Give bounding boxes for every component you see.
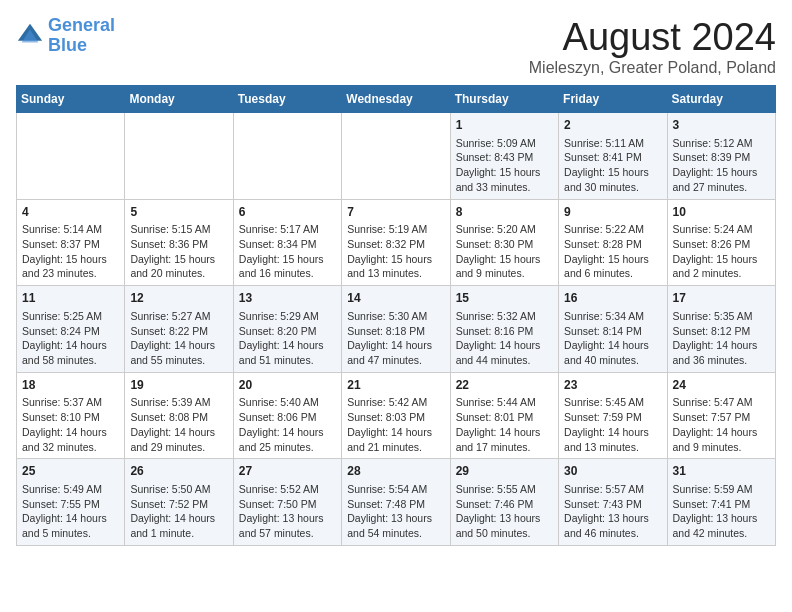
calendar-cell: 6Sunrise: 5:17 AMSunset: 8:34 PMDaylight…: [233, 199, 341, 286]
day-number: 7: [347, 204, 444, 221]
calendar-cell: [125, 113, 233, 200]
day-info: Sunrise: 5:22 AMSunset: 8:28 PMDaylight:…: [564, 222, 661, 281]
title-area: August 2024 Mieleszyn, Greater Poland, P…: [529, 16, 776, 77]
day-info: Sunrise: 5:34 AMSunset: 8:14 PMDaylight:…: [564, 309, 661, 368]
calendar-cell: 2Sunrise: 5:11 AMSunset: 8:41 PMDaylight…: [559, 113, 667, 200]
day-info: Sunrise: 5:59 AMSunset: 7:41 PMDaylight:…: [673, 482, 770, 541]
calendar-cell: 18Sunrise: 5:37 AMSunset: 8:10 PMDayligh…: [17, 372, 125, 459]
calendar-cell: 21Sunrise: 5:42 AMSunset: 8:03 PMDayligh…: [342, 372, 450, 459]
day-number: 29: [456, 463, 553, 480]
day-info: Sunrise: 5:25 AMSunset: 8:24 PMDaylight:…: [22, 309, 119, 368]
calendar-week-row: 18Sunrise: 5:37 AMSunset: 8:10 PMDayligh…: [17, 372, 776, 459]
calendar-cell: 27Sunrise: 5:52 AMSunset: 7:50 PMDayligh…: [233, 459, 341, 546]
day-info: Sunrise: 5:15 AMSunset: 8:36 PMDaylight:…: [130, 222, 227, 281]
day-info: Sunrise: 5:09 AMSunset: 8:43 PMDaylight:…: [456, 136, 553, 195]
day-info: Sunrise: 5:12 AMSunset: 8:39 PMDaylight:…: [673, 136, 770, 195]
day-number: 11: [22, 290, 119, 307]
day-number: 20: [239, 377, 336, 394]
calendar-cell: 9Sunrise: 5:22 AMSunset: 8:28 PMDaylight…: [559, 199, 667, 286]
day-info: Sunrise: 5:57 AMSunset: 7:43 PMDaylight:…: [564, 482, 661, 541]
day-number: 6: [239, 204, 336, 221]
day-info: Sunrise: 5:45 AMSunset: 7:59 PMDaylight:…: [564, 395, 661, 454]
calendar-cell: 29Sunrise: 5:55 AMSunset: 7:46 PMDayligh…: [450, 459, 558, 546]
calendar-cell: 8Sunrise: 5:20 AMSunset: 8:30 PMDaylight…: [450, 199, 558, 286]
calendar-week-row: 1Sunrise: 5:09 AMSunset: 8:43 PMDaylight…: [17, 113, 776, 200]
day-number: 26: [130, 463, 227, 480]
calendar-cell: 25Sunrise: 5:49 AMSunset: 7:55 PMDayligh…: [17, 459, 125, 546]
header-day-tuesday: Tuesday: [233, 86, 341, 113]
day-number: 21: [347, 377, 444, 394]
calendar-cell: 5Sunrise: 5:15 AMSunset: 8:36 PMDaylight…: [125, 199, 233, 286]
calendar-week-row: 25Sunrise: 5:49 AMSunset: 7:55 PMDayligh…: [17, 459, 776, 546]
day-number: 14: [347, 290, 444, 307]
day-number: 3: [673, 117, 770, 134]
header-day-sunday: Sunday: [17, 86, 125, 113]
day-number: 24: [673, 377, 770, 394]
calendar-cell: 16Sunrise: 5:34 AMSunset: 8:14 PMDayligh…: [559, 286, 667, 373]
logo-text: General Blue: [48, 16, 115, 56]
calendar-table: SundayMondayTuesdayWednesdayThursdayFrid…: [16, 85, 776, 546]
day-info: Sunrise: 5:19 AMSunset: 8:32 PMDaylight:…: [347, 222, 444, 281]
day-info: Sunrise: 5:11 AMSunset: 8:41 PMDaylight:…: [564, 136, 661, 195]
day-info: Sunrise: 5:49 AMSunset: 7:55 PMDaylight:…: [22, 482, 119, 541]
day-info: Sunrise: 5:39 AMSunset: 8:08 PMDaylight:…: [130, 395, 227, 454]
day-number: 12: [130, 290, 227, 307]
day-info: Sunrise: 5:30 AMSunset: 8:18 PMDaylight:…: [347, 309, 444, 368]
day-info: Sunrise: 5:42 AMSunset: 8:03 PMDaylight:…: [347, 395, 444, 454]
day-number: 18: [22, 377, 119, 394]
day-info: Sunrise: 5:24 AMSunset: 8:26 PMDaylight:…: [673, 222, 770, 281]
day-info: Sunrise: 5:37 AMSunset: 8:10 PMDaylight:…: [22, 395, 119, 454]
day-info: Sunrise: 5:50 AMSunset: 7:52 PMDaylight:…: [130, 482, 227, 541]
calendar-cell: 19Sunrise: 5:39 AMSunset: 8:08 PMDayligh…: [125, 372, 233, 459]
subtitle: Mieleszyn, Greater Poland, Poland: [529, 59, 776, 77]
header-day-thursday: Thursday: [450, 86, 558, 113]
day-number: 15: [456, 290, 553, 307]
day-number: 9: [564, 204, 661, 221]
day-info: Sunrise: 5:32 AMSunset: 8:16 PMDaylight:…: [456, 309, 553, 368]
calendar-cell: 22Sunrise: 5:44 AMSunset: 8:01 PMDayligh…: [450, 372, 558, 459]
day-info: Sunrise: 5:14 AMSunset: 8:37 PMDaylight:…: [22, 222, 119, 281]
calendar-cell: 10Sunrise: 5:24 AMSunset: 8:26 PMDayligh…: [667, 199, 775, 286]
calendar-cell: 26Sunrise: 5:50 AMSunset: 7:52 PMDayligh…: [125, 459, 233, 546]
calendar-cell: 31Sunrise: 5:59 AMSunset: 7:41 PMDayligh…: [667, 459, 775, 546]
day-number: 19: [130, 377, 227, 394]
header: General Blue August 2024 Mieleszyn, Grea…: [16, 16, 776, 77]
day-number: 27: [239, 463, 336, 480]
calendar-cell: [233, 113, 341, 200]
calendar-cell: 20Sunrise: 5:40 AMSunset: 8:06 PMDayligh…: [233, 372, 341, 459]
day-number: 13: [239, 290, 336, 307]
logo-line2: Blue: [48, 35, 87, 55]
day-number: 2: [564, 117, 661, 134]
calendar-cell: 14Sunrise: 5:30 AMSunset: 8:18 PMDayligh…: [342, 286, 450, 373]
calendar-week-row: 4Sunrise: 5:14 AMSunset: 8:37 PMDaylight…: [17, 199, 776, 286]
calendar-cell: 1Sunrise: 5:09 AMSunset: 8:43 PMDaylight…: [450, 113, 558, 200]
day-info: Sunrise: 5:55 AMSunset: 7:46 PMDaylight:…: [456, 482, 553, 541]
calendar-cell: 4Sunrise: 5:14 AMSunset: 8:37 PMDaylight…: [17, 199, 125, 286]
calendar-cell: 7Sunrise: 5:19 AMSunset: 8:32 PMDaylight…: [342, 199, 450, 286]
day-info: Sunrise: 5:29 AMSunset: 8:20 PMDaylight:…: [239, 309, 336, 368]
day-info: Sunrise: 5:44 AMSunset: 8:01 PMDaylight:…: [456, 395, 553, 454]
day-number: 1: [456, 117, 553, 134]
day-number: 22: [456, 377, 553, 394]
calendar-header-row: SundayMondayTuesdayWednesdayThursdayFrid…: [17, 86, 776, 113]
header-day-monday: Monday: [125, 86, 233, 113]
day-number: 25: [22, 463, 119, 480]
calendar-cell: 17Sunrise: 5:35 AMSunset: 8:12 PMDayligh…: [667, 286, 775, 373]
day-info: Sunrise: 5:35 AMSunset: 8:12 PMDaylight:…: [673, 309, 770, 368]
logo-line1: General: [48, 15, 115, 35]
calendar-cell: 12Sunrise: 5:27 AMSunset: 8:22 PMDayligh…: [125, 286, 233, 373]
day-info: Sunrise: 5:20 AMSunset: 8:30 PMDaylight:…: [456, 222, 553, 281]
calendar-cell: 23Sunrise: 5:45 AMSunset: 7:59 PMDayligh…: [559, 372, 667, 459]
main-title: August 2024: [529, 16, 776, 59]
day-number: 5: [130, 204, 227, 221]
calendar-cell: [17, 113, 125, 200]
day-number: 4: [22, 204, 119, 221]
calendar-week-row: 11Sunrise: 5:25 AMSunset: 8:24 PMDayligh…: [17, 286, 776, 373]
calendar-cell: [342, 113, 450, 200]
header-day-saturday: Saturday: [667, 86, 775, 113]
day-number: 23: [564, 377, 661, 394]
logo: General Blue: [16, 16, 115, 56]
day-number: 28: [347, 463, 444, 480]
day-number: 10: [673, 204, 770, 221]
header-day-friday: Friday: [559, 86, 667, 113]
